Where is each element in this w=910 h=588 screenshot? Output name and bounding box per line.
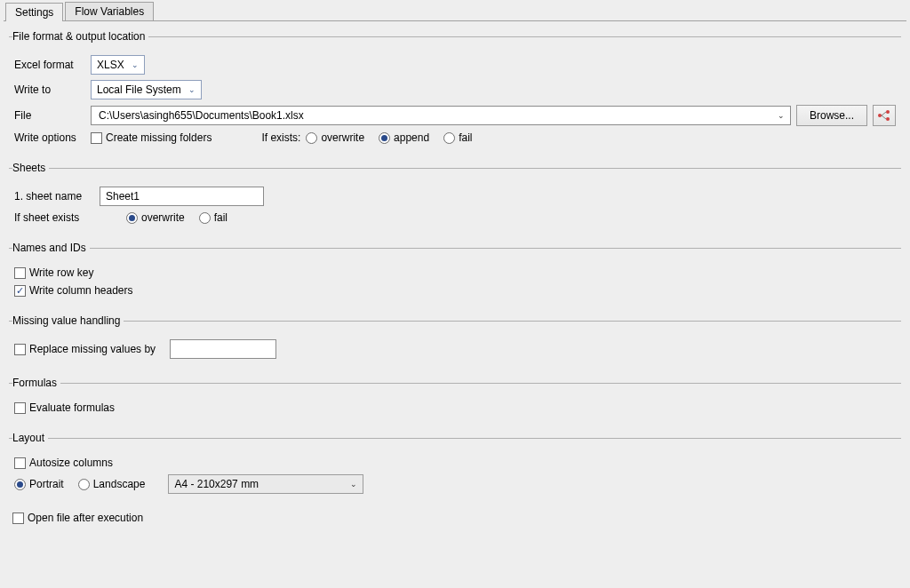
group-missing: Missing value handling Replace missing v… xyxy=(9,314,901,368)
write-to-label: Write to xyxy=(14,83,85,96)
svg-point-2 xyxy=(886,117,890,121)
sheet-overwrite-radio[interactable]: overwrite xyxy=(126,211,185,224)
excel-format-value: XLSX xyxy=(97,59,124,71)
write-to-value: Local File System xyxy=(97,83,181,96)
group-layout: Layout Autosize columns Portrait Landsca… xyxy=(9,432,901,503)
checkbox-icon xyxy=(14,344,26,355)
checkbox-icon xyxy=(12,513,24,524)
paper-size-select[interactable]: A4 - 210x297 mm ⌄ xyxy=(168,474,363,494)
flow-variable-button[interactable] xyxy=(873,105,896,126)
group-sheets-legend: Sheets xyxy=(12,162,49,174)
radio-icon xyxy=(78,479,90,490)
file-path-combo[interactable]: ⌄ xyxy=(91,106,791,125)
group-names-ids: Names and IDs Write row key ✓ Write colu… xyxy=(9,242,901,306)
chevron-down-icon: ⌄ xyxy=(188,85,196,94)
write-options-label: Write options xyxy=(14,131,85,144)
svg-point-1 xyxy=(886,110,890,114)
tab-flow-variables[interactable]: Flow Variables xyxy=(65,2,154,20)
evaluate-formulas-checkbox[interactable]: Evaluate formulas xyxy=(14,401,115,414)
radio-icon xyxy=(379,132,390,144)
replace-missing-label: Replace missing values by xyxy=(29,343,156,355)
group-sheets: Sheets 1. sheet name If sheet exists ove… xyxy=(9,162,901,233)
write-col-headers-label: Write column headers xyxy=(29,284,133,297)
radio-icon xyxy=(14,479,26,490)
if-exists-append-radio[interactable]: append xyxy=(379,131,429,144)
radio-icon xyxy=(126,212,138,224)
excel-format-select[interactable]: XLSX ⌄ xyxy=(91,55,145,75)
group-file-format: File format & output location Excel form… xyxy=(9,30,901,153)
file-label: File xyxy=(14,109,85,122)
sheet-name-label: 1. sheet name xyxy=(14,190,94,203)
checkbox-icon xyxy=(91,132,102,144)
group-formulas-legend: Formulas xyxy=(12,377,60,389)
landscape-radio[interactable]: Landscape xyxy=(78,478,146,490)
replace-missing-checkbox[interactable]: Replace missing values by xyxy=(14,343,156,355)
write-to-select[interactable]: Local File System ⌄ xyxy=(91,80,202,99)
evaluate-formulas-label: Evaluate formulas xyxy=(29,401,115,414)
group-missing-legend: Missing value handling xyxy=(12,314,124,327)
write-row-key-label: Write row key xyxy=(29,266,93,279)
chevron-down-icon[interactable]: ⌄ xyxy=(776,111,786,120)
flow-variable-icon xyxy=(877,108,891,123)
write-row-key-checkbox[interactable]: Write row key xyxy=(14,266,93,279)
checkbox-icon xyxy=(14,267,26,279)
if-exists-fail-radio[interactable]: fail xyxy=(443,131,472,144)
settings-panel: File format & output location Excel form… xyxy=(4,20,906,533)
browse-button[interactable]: Browse... xyxy=(796,105,867,126)
open-file-label: Open file after execution xyxy=(28,512,143,524)
write-col-headers-checkbox[interactable]: ✓ Write column headers xyxy=(14,284,133,297)
create-missing-checkbox[interactable]: Create missing folders xyxy=(91,131,212,144)
chevron-down-icon: ⌄ xyxy=(132,60,139,69)
checkbox-icon xyxy=(14,402,26,414)
autosize-label: Autosize columns xyxy=(29,457,113,469)
fail-label: fail xyxy=(459,131,472,144)
group-file-format-legend: File format & output location xyxy=(12,30,148,43)
paper-size-value: A4 - 210x297 mm xyxy=(174,478,259,490)
radio-icon xyxy=(443,132,455,144)
overwrite-label: overwrite xyxy=(321,131,364,144)
checkbox-icon: ✓ xyxy=(14,285,26,297)
file-path-input[interactable] xyxy=(97,108,776,123)
create-missing-label: Create missing folders xyxy=(106,131,212,144)
sheet-fail-label: fail xyxy=(214,211,228,224)
landscape-label: Landscape xyxy=(93,478,146,490)
portrait-label: Portrait xyxy=(29,478,64,490)
tab-settings[interactable]: Settings xyxy=(5,3,63,21)
group-formulas: Formulas Evaluate formulas xyxy=(9,377,901,423)
replace-missing-input[interactable] xyxy=(170,339,276,359)
append-label: append xyxy=(394,131,429,144)
if-sheet-exists-label: If sheet exists xyxy=(14,211,94,224)
sheet-fail-radio[interactable]: fail xyxy=(199,211,228,224)
chevron-down-icon: ⌄ xyxy=(350,480,357,489)
group-layout-legend: Layout xyxy=(12,432,48,444)
tab-row: Settings Flow Variables xyxy=(0,0,910,20)
radio-icon xyxy=(199,212,211,224)
sheet-overwrite-label: overwrite xyxy=(141,211,185,224)
checkbox-icon xyxy=(14,457,26,469)
if-exists-overwrite-radio[interactable]: overwrite xyxy=(306,131,364,144)
autosize-checkbox[interactable]: Autosize columns xyxy=(14,457,113,469)
svg-point-0 xyxy=(878,114,882,117)
if-exists-label: If exists: xyxy=(261,131,300,144)
group-names-ids-legend: Names and IDs xyxy=(12,242,90,254)
sheet-name-input[interactable] xyxy=(100,187,264,206)
radio-icon xyxy=(306,132,317,144)
portrait-radio[interactable]: Portrait xyxy=(14,478,64,490)
excel-format-label: Excel format xyxy=(14,59,85,71)
open-file-checkbox[interactable]: Open file after execution xyxy=(12,512,143,524)
